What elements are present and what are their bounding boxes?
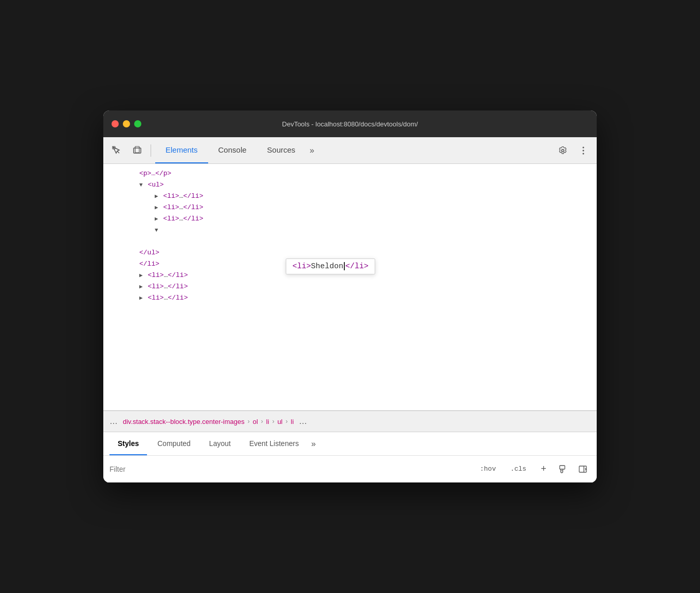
tab-console[interactable]: Console [208, 137, 257, 163]
sub-tabs: Styles Computed Layout Event Listeners » [103, 432, 597, 456]
svg-rect-8 [579, 466, 586, 472]
breadcrumb-sep-2: › [261, 418, 263, 425]
tab-sources[interactable]: Sources [257, 137, 306, 163]
svg-point-5 [583, 153, 584, 154]
add-style-button[interactable]: + [536, 462, 551, 476]
subtab-event-listeners[interactable]: Event Listeners [241, 432, 307, 455]
maximize-button[interactable] [134, 120, 141, 127]
toolbar-right [554, 141, 593, 160]
subtab-computed[interactable]: Computed [149, 432, 199, 455]
filter-input[interactable] [109, 465, 471, 473]
tab-elements[interactable]: Elements [155, 137, 208, 163]
dom-line-ul-close[interactable]: </ul> [103, 247, 597, 258]
breadcrumb-sep-3: › [272, 418, 274, 425]
breadcrumb-sep-4: › [286, 418, 288, 425]
subtab-styles[interactable]: Styles [109, 432, 147, 455]
svg-rect-2 [135, 146, 139, 153]
text-cursor [344, 262, 345, 270]
dom-line-li-5[interactable]: ▶ <li>…</li> [103, 281, 597, 292]
svg-rect-6 [560, 466, 565, 469]
dom-panel: <p>…</p> ▼ <ul> ▶ <li>…</li> ▶ <li>…</li… [103, 164, 597, 411]
breadcrumb-item-li[interactable]: li [266, 418, 269, 425]
inline-edit-popup[interactable]: <li>Sheldon</li> [286, 258, 375, 274]
dom-line-li-1[interactable]: ▶ <li>…</li> [103, 191, 597, 202]
dom-line-li-sheldon-arrow[interactable]: ▼ [103, 225, 597, 236]
breadcrumb-item-ol[interactable]: ol [253, 418, 258, 425]
subtab-more-button[interactable]: » [311, 439, 316, 449]
svg-point-4 [583, 150, 584, 151]
breadcrumb-item-div[interactable]: div.stack.stack--block.type.center-image… [123, 418, 245, 425]
breadcrumb-item-li2[interactable]: li [291, 418, 294, 425]
dom-line-p[interactable]: <p>…</p> [103, 168, 597, 179]
filter-bar: :hov .cls + [103, 456, 597, 483]
hov-button[interactable]: :hov [475, 463, 501, 475]
close-button[interactable] [112, 120, 119, 127]
dom-line-li-2[interactable]: ▶ <li>…</li> [103, 202, 597, 213]
cls-button[interactable]: .cls [505, 463, 531, 475]
window-title: DevTools - localhost:8080/docs/devtools/… [282, 120, 418, 128]
dom-line-li-6[interactable]: ▶ <li>…</li> [103, 292, 597, 304]
subtab-layout[interactable]: Layout [201, 432, 239, 455]
settings-button[interactable] [554, 141, 572, 160]
bottom-panel: Styles Computed Layout Event Listeners »… [103, 432, 597, 483]
tab-more-button[interactable]: » [306, 146, 319, 155]
sidebar-toggle-button[interactable] [575, 461, 591, 477]
dom-line-ul-open[interactable]: ▼ <ul> [103, 179, 597, 191]
device-toggle-button[interactable] [128, 141, 146, 160]
paint-button[interactable] [556, 461, 571, 477]
dom-line-li-3[interactable]: ▶ <li>…</li> [103, 213, 597, 225]
toolbar-divider [151, 144, 151, 157]
breadcrumb-bar: … div.stack.stack--block.type.center-ima… [103, 411, 597, 432]
more-options-button[interactable] [574, 141, 593, 160]
minimize-button[interactable] [123, 120, 130, 127]
inspect-element-button[interactable] [107, 141, 126, 160]
breadcrumb-dots[interactable]: … [109, 417, 118, 426]
breadcrumb-sep-1: › [248, 418, 250, 425]
toolbar-tabs: Elements Console Sources » [155, 137, 551, 163]
breadcrumb-item-ul[interactable]: ul [278, 418, 283, 425]
devtools-toolbar: Elements Console Sources » [103, 137, 597, 164]
titlebar: DevTools - localhost:8080/docs/devtools/… [103, 110, 597, 137]
svg-point-3 [583, 146, 584, 148]
devtools-window: DevTools - localhost:8080/docs/devtools/… [103, 110, 597, 483]
breadcrumb-end-dots[interactable]: … [299, 417, 307, 426]
